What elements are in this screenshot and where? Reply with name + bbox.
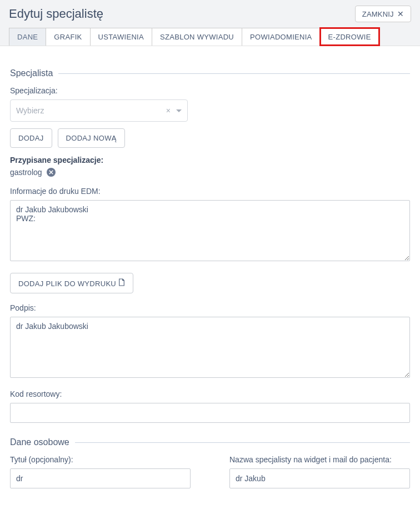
assigned-specializations-label: Przypisane specjalizacje: <box>10 156 410 164</box>
close-button[interactable]: ZAMKNIJ ✕ <box>355 6 411 22</box>
section-title-dane-osobowe: Dane osobowe <box>10 437 69 447</box>
resort-code-label: Kod resortowy: <box>10 390 410 398</box>
edm-info-textarea[interactable] <box>10 200 410 261</box>
specialization-label: Specjalizacja: <box>10 86 410 95</box>
add-specialization-button[interactable]: DODAJ <box>10 128 52 148</box>
widget-name-input[interactable] <box>229 468 410 488</box>
assigned-specialization-item: gastrolog <box>10 168 410 177</box>
close-button-label: ZAMKNIJ <box>362 10 394 18</box>
page-title: Edytuj specjalistę <box>9 7 103 21</box>
chevron-down-icon[interactable] <box>176 109 182 112</box>
tab-powiadomienia[interactable]: POWIADOMIENIA <box>242 28 321 46</box>
edm-info-label: Informacje do druku EDM: <box>10 187 410 196</box>
title-input[interactable] <box>10 468 191 488</box>
resort-code-input[interactable] <box>10 403 410 423</box>
specialization-select[interactable]: Wybierz × <box>10 99 188 122</box>
tab-grafik[interactable]: GRAFIK <box>46 28 90 46</box>
remove-specialization-icon[interactable] <box>47 168 56 177</box>
assigned-specialization-text: gastrolog <box>10 168 42 177</box>
add-file-button[interactable]: DODAJ PLIK DO WYDRUKU <box>10 273 133 293</box>
tab-szablon-wywiadu[interactable]: SZABLON WYWIADU <box>152 28 242 46</box>
widget-name-label: Nazwa specjalisty na widget i mail do pa… <box>229 455 410 464</box>
divider <box>58 73 410 74</box>
close-icon: ✕ <box>397 9 404 18</box>
add-file-button-label: DODAJ PLIK DO WYDRUKU <box>18 280 116 288</box>
tab-dane[interactable]: DANE <box>9 28 46 46</box>
tab-ustawienia[interactable]: USTAWIENIA <box>90 28 152 46</box>
signature-label: Podpis: <box>10 303 410 312</box>
signature-textarea[interactable] <box>10 317 410 378</box>
add-new-specialization-button[interactable]: DODAJ NOWĄ <box>58 128 125 148</box>
file-icon <box>118 278 125 286</box>
specialization-placeholder: Wybierz <box>16 106 44 115</box>
tab-bar: DANE GRAFIK USTAWIENIA SZABLON WYWIADU P… <box>9 28 411 46</box>
tab-e-zdrowie[interactable]: E-ZDROWIE <box>320 28 379 46</box>
clear-icon[interactable]: × <box>166 106 171 115</box>
title-label: Tytuł (opcjonalny): <box>10 455 191 464</box>
divider <box>75 442 410 443</box>
section-title-specjalista: Specjalista <box>10 68 53 78</box>
